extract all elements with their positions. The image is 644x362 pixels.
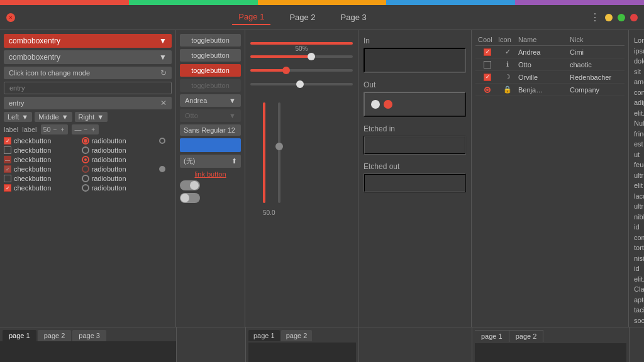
spin2-up-button[interactable]: + [90, 126, 96, 133]
align-row: Left ▼ Middle ▼ Right ▼ [4, 112, 172, 122]
checkbox-4[interactable]: ✓ [4, 165, 11, 173]
upload-icon[interactable]: ⬆ [231, 157, 237, 165]
switch-track-2[interactable] [180, 193, 200, 203]
tab-page2[interactable]: Page 2 [283, 10, 321, 25]
vslider-thumb-2[interactable] [275, 143, 283, 150]
row3-cool-check[interactable]: ✓ [484, 74, 491, 81]
table-row[interactable]: ✓ ✓ Andrea Cimi [475, 46, 625, 58]
bt-tab-2[interactable]: page 2 [509, 330, 544, 342]
tab-page3[interactable]: Page 3 [335, 10, 373, 25]
radio-4[interactable] [82, 165, 89, 173]
clear-icon[interactable]: ✕ [160, 99, 167, 107]
radio-1[interactable] [82, 137, 89, 145]
align-middle-combo[interactable]: Middle ▼ [35, 112, 72, 122]
checkbox-2[interactable] [4, 146, 11, 154]
slider-thumb-4[interactable] [296, 80, 304, 88]
table-row[interactable]: ℹ Otto chaotic [475, 58, 625, 71]
row1-cool-check[interactable]: ✓ [484, 48, 491, 56]
radio-6[interactable] [82, 184, 89, 192]
toggle-switch-2 [180, 193, 241, 203]
row2-cool-check[interactable] [484, 61, 491, 69]
tab-page1[interactable]: Page 1 [232, 9, 270, 25]
sliders-panel: 50% [245, 30, 358, 327]
font-selector[interactable]: Sans Regular 12 [180, 124, 241, 136]
slider-3 [250, 66, 353, 75]
title-bar: × Page 1 Page 2 Page 3 ⋮ [0, 5, 644, 30]
sp-tab-2[interactable]: page 2 [281, 330, 313, 341]
main-content: comboboxentry ▼ comboboxentry ▼ Click ic… [0, 30, 644, 327]
toggle-switch-1 [180, 180, 241, 190]
switch-thumb-1 [190, 181, 199, 190]
color-button[interactable] [180, 138, 241, 152]
radio-item-5[interactable]: radiobutton [82, 175, 158, 182]
toggle-btn-2[interactable]: togglebutton [180, 49, 241, 62]
link-button[interactable]: link button [180, 170, 241, 178]
slider-thumb-2[interactable] [308, 53, 315, 60]
title-bar-right: ⋮ [590, 11, 638, 23]
combo-entry-1[interactable]: comboboxentry ▼ [4, 34, 172, 48]
align-right-combo[interactable]: Right ▼ [75, 112, 108, 122]
inout-panel: In Out Etched in Etched out [358, 30, 472, 327]
btab-page1[interactable]: page 1 [3, 330, 36, 341]
andrea-combo[interactable]: Andrea ▼ [180, 94, 241, 107]
check-item-4[interactable]: ✓ checkbutton [4, 165, 80, 173]
row3-nick: Redenbacher [570, 74, 620, 81]
spin-down-button[interactable]: − [52, 126, 58, 133]
checkbox-5[interactable] [4, 175, 11, 182]
sp-tab-1[interactable]: page 1 [248, 330, 280, 341]
entry-with-clear: entry ✕ [4, 97, 172, 109]
refresh-icon[interactable]: ↻ [160, 69, 167, 77]
radio-5[interactable] [82, 175, 89, 182]
check-item-2[interactable]: checkbutton [4, 146, 80, 154]
bottom-table-tabs: page 1 page 2 [475, 330, 626, 342]
spin-up-button[interactable]: + [60, 126, 66, 133]
etched-in-section: Etched in [364, 124, 466, 155]
check-item-1[interactable]: ✓ checkbutton [4, 137, 80, 145]
bottom-section: page 1 page 2 page 3 page 1 page 2 page … [0, 327, 644, 362]
slider-thumb-3[interactable] [282, 67, 290, 74]
btab-page2[interactable]: page 2 [38, 330, 72, 341]
checkbox-1[interactable]: ✓ [4, 137, 11, 145]
frame-in [364, 48, 466, 73]
bt-tab-1[interactable]: page 1 [475, 330, 509, 342]
dot-menu-icon[interactable]: ⋮ [590, 11, 600, 23]
radio-item-4[interactable]: radiobutton [82, 165, 158, 173]
radio-item-1[interactable]: radiobutton [82, 137, 158, 145]
slider-4 [250, 80, 353, 89]
bottom-tabs-bar: page 1 page 2 page 3 [0, 327, 176, 341]
radio-item-6[interactable]: radiobutton [82, 184, 158, 192]
combo-entry-2[interactable]: comboboxentry ▼ [4, 50, 172, 64]
row4-cool-check[interactable] [484, 87, 491, 93]
radio-2[interactable] [82, 146, 89, 154]
switch-track-1[interactable] [180, 180, 200, 190]
check-item-3[interactable]: — checkbutton [4, 156, 80, 163]
radio-3[interactable] [82, 156, 89, 163]
align-left-combo[interactable]: Left ▼ [4, 112, 32, 122]
close-button[interactable]: × [6, 13, 15, 22]
table-pages-content [475, 343, 626, 362]
table-row[interactable]: ✓ ☽ Orville Redenbacher [475, 71, 625, 84]
combo-arrow-icon: ▼ [159, 36, 167, 45]
radio-item-3[interactable]: radiobutton [82, 156, 158, 163]
vslider-2 [278, 102, 280, 203]
out-circle-white [371, 100, 380, 109]
check-item-5[interactable]: checkbutton [4, 175, 80, 182]
radio-item-2[interactable]: radiobutton [82, 146, 158, 154]
btab-page3[interactable]: page 3 [72, 330, 106, 341]
align-right-arrow: ▼ [97, 113, 104, 121]
spin2-down-button[interactable]: − [82, 126, 89, 133]
maximize-button[interactable] [618, 14, 625, 21]
checkbox-3[interactable]: — [4, 156, 11, 163]
row2-icon: ℹ [506, 60, 509, 69]
check-item-6[interactable]: ✓ checkbutton [4, 184, 80, 192]
checkbox-6[interactable]: ✓ [4, 184, 11, 192]
minimize-button[interactable] [605, 14, 613, 21]
title-tabs: Page 1 Page 2 Page 3 [15, 9, 590, 25]
close-window-button[interactable] [630, 14, 638, 21]
row3-icon: ☽ [504, 73, 511, 81]
bottom-left-panel: page 1 page 2 page 3 [0, 327, 176, 362]
toggle-btn-1[interactable]: togglebutton [180, 34, 241, 47]
toggle-btn-3[interactable]: togglebutton [180, 64, 241, 77]
entry-plain[interactable]: entry [4, 82, 172, 94]
table-row[interactable]: 🔒 Benja… Company [475, 84, 625, 96]
